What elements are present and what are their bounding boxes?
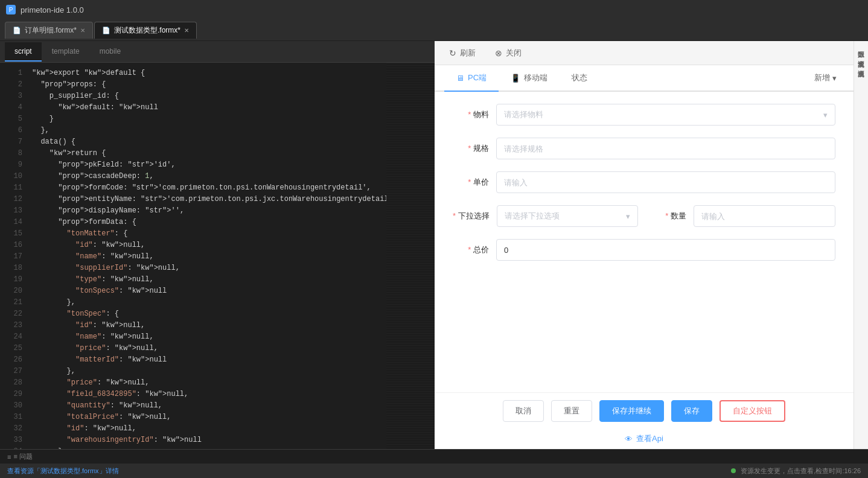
input-spec[interactable]: [496, 138, 835, 159]
code-line: "prop">displayName: "str">'',: [27, 205, 386, 217]
sidebar-item-offline[interactable]: 离线资源: [854, 51, 868, 60]
right-sidebar: 数据源 离线资源 高线资源: [854, 41, 868, 449]
status-dot: [731, 468, 736, 473]
label-unit-price: 单价: [453, 177, 489, 188]
new-tab-btn[interactable]: 新增 ▾: [807, 65, 844, 91]
tab-close-btn-2[interactable]: ✕: [184, 27, 189, 34]
problems-icon[interactable]: ≡ ≡ 问题: [7, 452, 33, 461]
input-total-price[interactable]: [496, 239, 835, 261]
code-line: "prop">formCode: "str">'com.primeton.ton…: [27, 182, 386, 194]
code-line: },: [27, 366, 386, 377]
statusbar: 查看资源「测试数据类型.formx」详情 资源发生变更，点击查看,检查时间:16…: [0, 464, 868, 478]
select-dropdown[interactable]: 请选择下拉选项 ▾: [497, 205, 638, 227]
preview-tab-pc[interactable]: 🖥 PC端: [444, 65, 499, 92]
line-number: 20: [7, 285, 22, 297]
line-number: 17: [7, 251, 22, 263]
status-right-text[interactable]: 资源发生变更，点击查看,检查时间:16:26: [741, 467, 861, 476]
line-number: 8: [7, 148, 22, 159]
tab-order-detail[interactable]: 📄 订单明细.formx* ✕: [5, 22, 93, 39]
reset-button[interactable]: 重置: [551, 400, 592, 422]
api-link[interactable]: 👁 查看Api: [435, 429, 854, 449]
preview-panel: ↻ 刷新 ⊗ 关闭 🖥 PC端 📱 移动端 状态 新增: [435, 41, 854, 449]
editor-tab-mobile[interactable]: mobile: [90, 42, 130, 62]
mobile-icon: 📱: [511, 74, 520, 83]
line-number: 19: [7, 274, 22, 285]
close-button[interactable]: ⊗ 关闭: [490, 45, 526, 61]
select-dropdown-placeholder: 请选择下拉选项: [505, 211, 560, 221]
code-line: "tonSpec": {: [27, 308, 386, 320]
line-number: 25: [7, 343, 22, 354]
code-line: "prop">cascadeDeep: 1,: [27, 171, 386, 182]
code-line: },: [27, 125, 386, 136]
sidebar-item-online[interactable]: 高线资源: [854, 60, 868, 70]
code-line: "supplierId": "kw">null,: [27, 263, 386, 274]
code-line: "id": "kw">null,: [27, 240, 386, 251]
line-number: 10: [7, 171, 22, 182]
app-icon: P: [6, 5, 16, 14]
code-line: "prop">props: {: [27, 79, 386, 91]
code-editor[interactable]: 1234567891011121314151617181920212223242…: [0, 63, 435, 449]
label-material: 物料: [453, 109, 489, 120]
code-line: "id": "kw">null,: [27, 423, 386, 435]
form-row-spec: 规格: [453, 138, 835, 159]
minimap: [386, 63, 435, 449]
form-row-unit-price: 单价: [453, 171, 835, 193]
save-continue-button[interactable]: 保存并继续: [599, 400, 664, 422]
code-line: "prop">pkField: "str">'id',: [27, 159, 386, 171]
label-dropdown: 下拉选择: [453, 211, 490, 221]
line-number: 32: [7, 423, 22, 435]
editor-tab-template[interactable]: template: [42, 42, 89, 62]
label-spec: 规格: [453, 143, 489, 154]
form-area: 物料 请选择物料 ▾ 规格 单价 下拉选择: [435, 92, 854, 392]
code-line: "field_68342895": "kw">null,: [27, 389, 386, 400]
refresh-button[interactable]: ↻ 刷新: [444, 45, 480, 61]
custom-button[interactable]: 自定义按钮: [720, 400, 785, 422]
status-left-text[interactable]: 查看资源「测试数据类型.formx」详情: [7, 467, 119, 476]
tab-close-btn-1[interactable]: ✕: [80, 27, 85, 34]
code-lines[interactable]: "kw">export "kw">default { "prop">props:…: [27, 63, 386, 449]
code-line: }: [27, 113, 386, 125]
code-line: "quantity": "kw">null,: [27, 400, 386, 412]
code-line: "prop">entityName: "str">'com.primeton.t…: [27, 194, 386, 205]
code-line: "price": "kw">null,: [27, 377, 386, 389]
save-button[interactable]: 保存: [671, 400, 712, 422]
line-number: 14: [7, 217, 22, 228]
code-line: "warehousingentryId": "kw">null: [27, 435, 386, 446]
preview-tab-mobile[interactable]: 📱 移动端: [499, 65, 560, 92]
line-number: 2: [7, 79, 22, 91]
code-line: "name": "kw">null,: [27, 331, 386, 343]
line-number: 33: [7, 435, 22, 446]
input-quantity[interactable]: [694, 205, 835, 227]
form-group-quantity: 数量: [650, 205, 835, 227]
cancel-button[interactable]: 取消: [503, 400, 544, 422]
line-numbers: 1234567891011121314151617181920212223242…: [0, 63, 27, 449]
code-line: "price": "kw">null,: [27, 343, 386, 354]
code-line: "kw">export "kw">default {: [27, 68, 386, 79]
line-number: 12: [7, 194, 22, 205]
tab-bar: 📄 订单明细.formx* ✕ 📄 测试数据类型.formx* ✕: [0, 19, 868, 41]
input-unit-price[interactable]: [496, 171, 835, 193]
line-number: 31: [7, 412, 22, 423]
editor-tab-script[interactable]: script: [5, 42, 42, 62]
status-right: 资源发生变更，点击查看,检查时间:16:26: [731, 467, 861, 476]
code-line: "tonSpecs": "kw">null: [27, 285, 386, 297]
line-number: 7: [7, 136, 22, 148]
code-line: "type": "kw">null,: [27, 274, 386, 285]
line-number: 1: [7, 68, 22, 79]
line-number: 13: [7, 205, 22, 217]
label-total-price: 总价: [453, 244, 489, 255]
sidebar-item-datasource[interactable]: 数据源: [854, 41, 868, 51]
tab-file-icon-1: 📄: [13, 27, 21, 34]
form-row-total-price: 总价: [453, 239, 835, 261]
select-material[interactable]: 请选择物料 ▾: [496, 104, 835, 126]
line-number: 22: [7, 308, 22, 320]
tab-test-data-type[interactable]: 📄 测试数据类型.formx* ✕: [94, 22, 197, 39]
chevron-dropdown-icon: ▾: [626, 212, 630, 221]
form-row-dropdown-quantity: 下拉选择 请选择下拉选项 ▾ 数量: [453, 205, 835, 227]
line-number: 9: [7, 159, 22, 171]
preview-tab-status[interactable]: 状态: [560, 65, 599, 92]
line-number: 16: [7, 240, 22, 251]
line-number: 5: [7, 113, 22, 125]
line-number: 21: [7, 297, 22, 308]
editor-tab-bar: script template mobile: [0, 41, 435, 63]
